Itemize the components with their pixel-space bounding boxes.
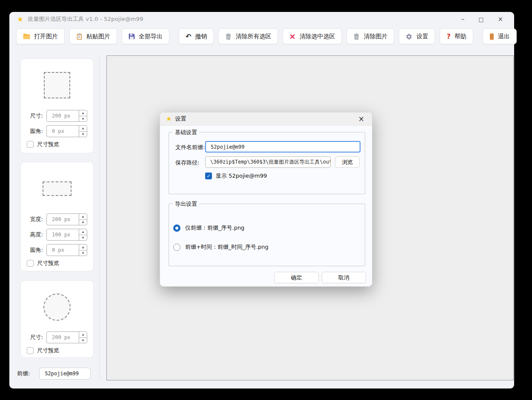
button-label: 撤销 [195,33,207,40]
spin-down-icon[interactable]: ▼ [79,132,87,137]
size-row: 尺寸: 200 px ▲ ▼ [28,110,93,122]
size-preview-checkbox[interactable] [27,141,34,148]
undo-button[interactable]: ↶ 撤销 [179,29,214,44]
spinner-arrows[interactable]: ▲ ▼ [79,214,87,225]
maximize-button[interactable]: □ [478,17,483,22]
size-label: 尺寸: [28,334,43,341]
spinner-value: 100 px [47,232,79,238]
close-button[interactable]: × [498,16,503,23]
spin-up-icon[interactable]: ▲ [79,229,87,235]
browse-button[interactable]: 浏览 [335,156,360,168]
trash-icon [353,33,360,40]
folder-icon [23,33,30,40]
spin-down-icon[interactable]: ▼ [79,338,87,343]
width-spinner[interactable]: 200 px ▲ ▼ [46,213,87,225]
show-prefix-label: 显示 52pojie@m99 [216,172,267,180]
prefix-time-option[interactable]: 前缀+时间：前缀_时间_序号.png [173,243,269,251]
filename-prefix-label: 文件名前缀: [175,144,205,151]
size-preview-label: 尺寸预览 [37,141,59,148]
size-preview-row: 尺寸预览 [27,259,93,267]
spin-up-icon[interactable]: ▲ [79,332,87,338]
help-icon: ? [446,33,450,40]
filename-prefix-input[interactable] [205,141,360,153]
spinner-arrows[interactable]: ▲ ▼ [79,110,87,121]
spin-down-icon[interactable]: ▼ [79,250,87,256]
clear-image-button[interactable]: 清除图片 [346,29,394,44]
rectangle-shape-preview[interactable] [43,181,72,196]
spinner-arrows[interactable]: ▲ ▼ [79,332,87,343]
prefix-input[interactable] [39,368,91,380]
show-prefix-checkbox[interactable]: ✓ [205,173,212,179]
radio-selected-icon[interactable] [173,224,180,232]
spin-down-icon[interactable]: ▼ [79,220,87,225]
width-row: 宽度: 200 px ▲ ▼ [28,213,93,225]
minimize-button[interactable]: – [461,16,465,23]
spin-up-icon[interactable]: ▲ [79,126,87,132]
spinner-value: 0 px [47,247,79,253]
gear-icon [406,33,412,40]
button-label: 清除图片 [363,33,387,40]
settings-dialog: ★ 设置 × 基础设置 文件名前缀: 保存路径: 浏览 ✓ 显示 52pojie… [160,112,372,287]
spinner-value: 0 px [47,128,79,134]
cancel-button[interactable]: 取消 [322,272,366,283]
export-settings-legend: 导出设置 [173,200,199,207]
spinner-arrows[interactable]: ▲ ▼ [79,245,87,256]
dialog-close-button[interactable]: × [357,115,366,123]
settings-button[interactable]: 设置 [399,29,435,44]
basic-settings-group: 基础设置 文件名前缀: 保存路径: 浏览 ✓ 显示 52pojie@m99 [169,132,365,194]
corner-radius-spinner[interactable]: 0 px ▲ ▼ [46,125,87,137]
prefix-only-label: 仅前缀：前缀_序号.png [185,224,244,232]
save-path-input[interactable] [205,156,331,168]
button-label: 打开图片 [34,33,58,40]
basic-settings-legend: 基础设置 [173,129,199,136]
size-spinner[interactable]: 200 px ▲ ▼ [46,331,87,343]
settings-dialog-titlebar[interactable]: ★ 设置 × [160,112,372,126]
open-image-button[interactable]: 打开图片 [16,29,65,44]
export-all-button[interactable]: 全部导出 [122,29,169,44]
paste-image-button[interactable]: 粘贴图片 [69,29,117,44]
button-label: 全部导出 [139,33,163,40]
exit-button[interactable]: 退出 [483,29,517,44]
show-prefix-row: ✓ 显示 52pojie@m99 [205,172,267,180]
spinner-arrows[interactable]: ▲ ▼ [79,126,87,137]
clear-all-selections-button[interactable]: 清除所有选区 [218,29,278,44]
size-preview-label: 尺寸预览 [37,259,59,267]
clear-selected-selection-button[interactable]: 清除选中选区 [283,29,342,44]
dialog-title: 设置 [175,115,186,123]
square-shape-preview[interactable] [44,72,70,98]
button-label: 退出 [498,33,510,40]
size-spinner[interactable]: 200 px ▲ ▼ [46,110,87,122]
spin-up-icon[interactable]: ▲ [79,245,87,250]
sidebar-divider [99,55,100,380]
spin-up-icon[interactable]: ▲ [79,214,87,220]
button-label: 清除选中选区 [299,33,335,40]
titlebar: ★ 批量图片选区导出工具 v1.0 - 52pojie@m99 – □ × [9,12,514,26]
button-label: 清除所有选区 [235,33,271,40]
spinner-value: 200 px [47,113,79,119]
circle-shape-preview[interactable] [43,294,71,321]
corner-radius-label: 圆角: [28,246,43,254]
spin-down-icon[interactable]: ▼ [79,116,87,122]
size-preview-checkbox[interactable] [27,347,34,354]
paste-icon [76,33,83,40]
square-selection-panel: 尺寸: 200 px ▲ ▼ 圆角: 0 px ▲ ▼ 尺寸预览 [20,58,94,153]
corner-radius-label: 圆角: [28,127,43,135]
dialog-star-icon: ★ [166,116,172,122]
height-spinner[interactable]: 100 px ▲ ▼ [46,229,87,241]
app-star-icon: ★ [17,16,23,23]
rectangle-selection-panel: 宽度: 200 px ▲ ▼ 高度: 100 px ▲ ▼ 圆角: [20,162,94,271]
prefix-row: 前缀: [17,368,91,380]
corner-radius-row: 圆角: 0 px ▲ ▼ [28,125,93,137]
radio-unselected-icon[interactable] [173,244,180,251]
size-preview-checkbox[interactable] [27,260,34,267]
spin-up-icon[interactable]: ▲ [79,110,87,116]
spinner-arrows[interactable]: ▲ ▼ [79,229,87,240]
size-preview-row: 尺寸预览 [27,141,93,148]
window-controls: – □ × [461,16,506,23]
button-label: 粘贴图片 [86,33,110,40]
corner-radius-spinner[interactable]: 0 px ▲ ▼ [46,244,87,256]
prefix-only-option[interactable]: 仅前缀：前缀_序号.png [173,224,244,232]
spin-down-icon[interactable]: ▼ [79,235,87,241]
ok-button[interactable]: 确定 [274,272,319,283]
help-button[interactable]: ? 帮助 [440,29,473,44]
